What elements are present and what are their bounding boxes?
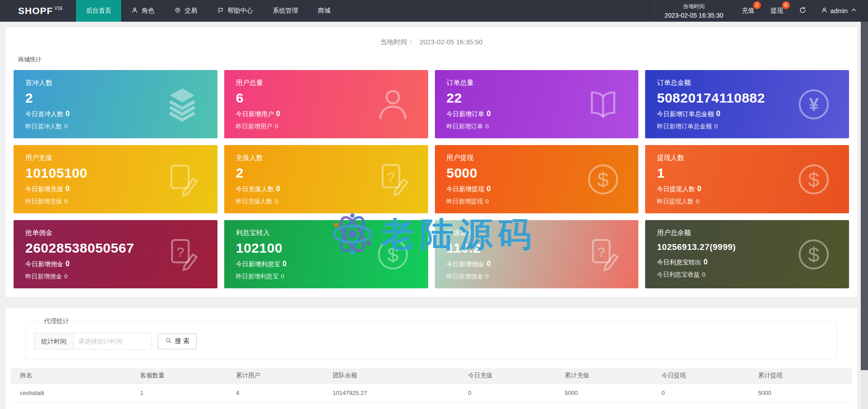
stat-card-yesterday: 昨日首冲人数0 xyxy=(25,122,206,131)
menu-item-label: 帮助中心 xyxy=(227,7,253,15)
shop-stats-panel: 当地时间： 2023-02-05 16:35:50 商城统计 首冲人数2今日首冲… xyxy=(5,27,857,297)
column-header: 客服数量 xyxy=(131,368,227,383)
local-time-value: 2023-02-05 16:35:30 xyxy=(665,12,723,19)
question-edit-icon: ? xyxy=(585,236,621,273)
table-cell: 4 xyxy=(227,383,324,402)
stat-card-yesterday: 昨日新增佣金0 xyxy=(447,273,627,281)
user-name: admin xyxy=(830,7,848,14)
stat-card-interest-transfer-in: 利息宝转入102100今日新增利息宝0昨日新增利息宝0$ xyxy=(224,220,428,288)
stat-card-total-order-amount: 订单总金额50820174110882今日新增订单总金额0昨日新增订单总金额0¥ xyxy=(645,70,849,138)
recharge-nav-button[interactable]: 充值 2 xyxy=(734,0,763,22)
menu-item-label: 后台首页 xyxy=(86,7,111,15)
agent-filter-row: 统计时间 搜 索 xyxy=(34,333,829,350)
local-time-display: 当地时间： 2023-02-05 16:35:50 xyxy=(14,33,849,56)
menu-item-label: 角色 xyxy=(142,7,154,15)
user-icon xyxy=(131,7,138,15)
stat-card-yesterday: 昨日新增佣金0 xyxy=(25,273,206,281)
shop-stats-title: 商城统计 xyxy=(18,56,849,64)
stat-card-yesterday: 昨日充值人数0 xyxy=(236,197,416,206)
agent-stats-fieldset: 代理统计 统计时间 搜 索 xyxy=(25,317,837,359)
user-menu[interactable]: admin xyxy=(814,0,868,22)
local-time-display-value: 2023-02-05 16:35:50 xyxy=(420,38,482,46)
table-cell: 0 xyxy=(652,402,749,409)
menu-item-home[interactable]: 后台首页 xyxy=(76,0,121,22)
question-edit-icon: ? xyxy=(375,161,411,197)
stat-card-recharge-users: 充值人数2今日充值人数0昨日充值人数0? xyxy=(224,145,428,213)
note-edit-icon xyxy=(164,161,200,197)
menu-item-trade[interactable]: 交易 xyxy=(164,0,207,22)
search-button-label: 搜 索 xyxy=(175,337,189,345)
table-cell: 1 xyxy=(131,383,227,402)
svg-text:?: ? xyxy=(176,244,184,259)
table-cell: 0 xyxy=(459,402,556,409)
table-cell: 0 xyxy=(652,383,749,402)
stat-card-yesterday: 昨日新增提现0 xyxy=(447,197,627,206)
app-logo: SHOPF V16 xyxy=(0,0,76,22)
table-cell: 0 xyxy=(227,402,324,409)
menu-item-help[interactable]: 帮助中心 xyxy=(207,0,263,22)
refresh-icon xyxy=(799,6,807,16)
refresh-button[interactable] xyxy=(792,0,814,22)
scrollbar-thumb[interactable] xyxy=(861,22,868,370)
recharge-nav-label: 充值 xyxy=(742,7,755,15)
table-cell: 0 xyxy=(324,402,459,409)
agent-stats-title: 代理统计 xyxy=(39,317,74,325)
stat-card-user-recharge: 用户充值10105100今日新增充值0昨日新增充值0 xyxy=(14,145,217,213)
table-cell: 5000 xyxy=(749,383,852,402)
svg-text:$: $ xyxy=(387,243,398,266)
stat-card-total-user-balance: 用户总余额10256913.27(9999)今日利息宝转出0今日利息宝收益0$ xyxy=(645,220,849,288)
svg-text:?: ? xyxy=(598,244,605,259)
menu-item-label: 交易 xyxy=(184,7,197,15)
table-cell: 5000 xyxy=(556,383,652,402)
recharge-badge: 2 xyxy=(753,1,761,9)
local-time-label: 当地时间 xyxy=(665,3,723,10)
flag-icon xyxy=(217,7,224,15)
layers-icon xyxy=(164,86,200,122)
search-button[interactable]: 搜 索 xyxy=(158,334,197,349)
withdraw-nav-label: 提现 xyxy=(771,7,783,15)
column-header: 团队余额 xyxy=(324,368,459,383)
app-logo-text: SHOPF xyxy=(18,5,53,16)
stat-card-yesterday: 昨日新增订单0 xyxy=(447,122,627,131)
svg-text:¥: ¥ xyxy=(809,94,819,114)
stat-card-yesterday: 昨日提现人数0 xyxy=(657,197,837,206)
dollar-circle-icon: $ xyxy=(796,161,832,197)
navbar: SHOPF V16 后台首页角色交易帮助中心系统管理商城 当地时间 2023-0… xyxy=(0,0,868,22)
stat-card-withdraw-users: 提现人数1今日提现人数0昨日提现人数0$ xyxy=(645,145,849,213)
page-scrollbar[interactable] xyxy=(861,22,868,409)
stat-time-input[interactable] xyxy=(74,333,151,350)
main-menu: 后台首页角色交易帮助中心系统管理商城 xyxy=(76,0,340,22)
svg-text:$: $ xyxy=(808,243,820,266)
withdraw-nav-button[interactable]: 提现 0 xyxy=(763,0,792,22)
agent-table-body: ceshidaili1410147925.270500005000ceshida… xyxy=(11,383,852,409)
dollar-circle-icon: $ xyxy=(375,236,411,273)
menu-item-mall[interactable]: 商城 xyxy=(308,0,340,22)
table-cell: ceshidaili xyxy=(11,383,131,402)
dollar-circle-icon: $ xyxy=(796,236,832,273)
stat-card-yesterday: 昨日新增利息宝0 xyxy=(236,273,416,281)
menu-item-label: 系统管理 xyxy=(273,7,298,15)
menu-item-role[interactable]: 角色 xyxy=(121,0,164,22)
stat-card-total-users: 用户总量6今日新增用户0昨日新增用户0 xyxy=(224,70,428,138)
table-cell: 0 xyxy=(131,402,227,409)
agent-stats-panel: 代理统计 统计时间 搜 索 姓名客服数量累计用户团队余额今日 xyxy=(5,308,857,409)
local-time-display-label: 当地时间： xyxy=(380,38,414,46)
stat-card-total-orders: 订单总量22今日新增订单0昨日新增订单0 xyxy=(435,70,639,138)
table-row: ceshidaili1410147925.270500005000 xyxy=(11,383,852,402)
svg-text:?: ? xyxy=(387,169,395,184)
column-header: 今日提现 xyxy=(652,368,749,383)
menu-item-label: 商城 xyxy=(318,7,330,15)
search-icon xyxy=(165,337,172,345)
navbar-local-time: 当地时间 2023-02-05 16:35:30 xyxy=(654,0,734,22)
stat-card-user-withdraw: 用户提现5000今日新增提现0昨日新增提现0$ xyxy=(435,145,639,213)
agent-table: 姓名客服数量累计用户团队余额今日充值累计充值今日提现累计提现 ceshidail… xyxy=(11,368,852,409)
menu-item-system[interactable]: 系统管理 xyxy=(263,0,308,22)
agent-table-header: 姓名客服数量累计用户团队余额今日充值累计充值今日提现累计提现 xyxy=(11,368,852,383)
svg-text:$: $ xyxy=(808,168,820,191)
stat-card-first-recharge-users: 首冲人数2今日首冲人数0昨日首冲人数0 xyxy=(14,70,217,138)
table-cell: 0 xyxy=(556,402,652,409)
stat-time-label: 统计时间 xyxy=(34,333,74,350)
book-icon xyxy=(585,86,621,122)
column-header: 姓名 xyxy=(11,368,131,383)
column-header: 累计用户 xyxy=(227,368,324,383)
